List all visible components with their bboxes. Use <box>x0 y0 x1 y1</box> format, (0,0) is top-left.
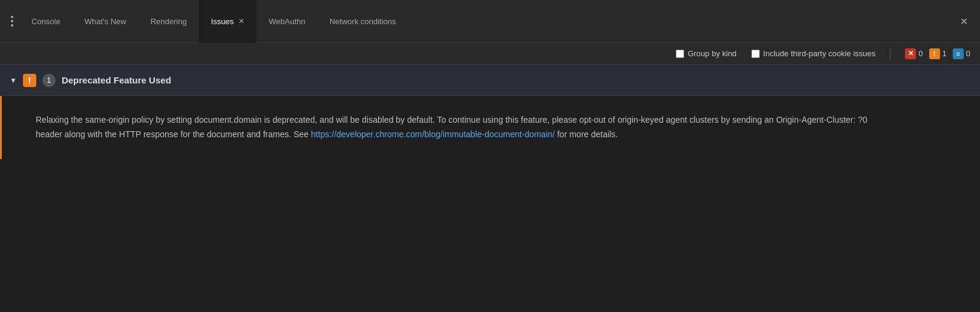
issue-description: Relaxing the same-origin policy by setti… <box>36 113 883 142</box>
group-by-kind-checkbox[interactable] <box>676 50 684 58</box>
tab-webauthn[interactable]: WebAuthn <box>256 0 317 43</box>
issue-count: 1 <box>47 76 51 85</box>
tab-menu-button[interactable] <box>5 16 19 27</box>
error-count: 0 <box>918 49 923 58</box>
tab-network-conditions-label: Network conditions <box>330 17 396 26</box>
error-badge: ✕ 0 <box>905 48 923 59</box>
toolbar-checkboxes: Group by kind Include third-party cookie… <box>676 49 876 58</box>
third-party-cookie-checkbox[interactable] <box>751 50 760 58</box>
issue-group-title: Deprecated Feature Used <box>62 75 171 85</box>
tab-issues-label: Issues <box>211 17 234 26</box>
issue-content: Relaxing the same-origin policy by setti… <box>0 96 980 159</box>
close-issues-tab-icon[interactable]: ✕ <box>238 18 244 25</box>
issue-group-header[interactable]: ▼ ! 1 Deprecated Feature Used <box>0 65 980 96</box>
tab-issues[interactable]: Issues ✕ <box>199 0 257 43</box>
issue-description-suffix: for more details. <box>555 129 618 139</box>
third-party-cookie-checkbox-label[interactable]: Include third-party cookie issues <box>751 49 876 58</box>
third-party-cookie-label: Include third-party cookie issues <box>763 49 876 58</box>
issue-count-badge: 1 <box>42 74 56 87</box>
tab-rendering[interactable]: Rendering <box>139 0 199 43</box>
info-badge-icon: ≡ <box>953 48 964 59</box>
tab-whats-new[interactable]: What's New <box>73 0 139 43</box>
warning-count: 1 <box>942 49 947 58</box>
issues-toolbar: Group by kind Include third-party cookie… <box>0 43 980 65</box>
close-devtools-button[interactable]: ✕ <box>953 16 975 27</box>
tab-bar: Console What's New Rendering Issues ✕ We… <box>0 0 980 43</box>
tab-console-label: Console <box>31 17 60 26</box>
group-by-kind-checkbox-label[interactable]: Group by kind <box>676 49 737 58</box>
toolbar-divider <box>890 48 890 60</box>
issue-link[interactable]: https://developer.chrome.com/blog/immuta… <box>311 129 555 139</box>
tab-console[interactable]: Console <box>19 0 73 43</box>
chevron-down-icon: ▼ <box>10 76 17 85</box>
tab-rendering-label: Rendering <box>151 17 187 26</box>
error-badge-icon: ✕ <box>905 48 916 59</box>
group-by-kind-label: Group by kind <box>688 49 737 58</box>
tab-network-conditions[interactable]: Network conditions <box>318 0 408 43</box>
warning-badge: ! 1 <box>929 48 947 59</box>
issue-warning-icon: ! <box>23 74 36 87</box>
info-badge: ≡ 0 <box>953 48 970 59</box>
warning-badge-icon: ! <box>929 48 940 59</box>
issue-count-badges: ✕ 0 ! 1 ≡ 0 <box>905 48 970 59</box>
info-count: 0 <box>966 49 970 58</box>
tab-whats-new-label: What's New <box>85 17 126 26</box>
issues-section: ▼ ! 1 Deprecated Feature Used Relaxing t… <box>0 65 980 159</box>
tab-webauthn-label: WebAuthn <box>269 17 305 26</box>
